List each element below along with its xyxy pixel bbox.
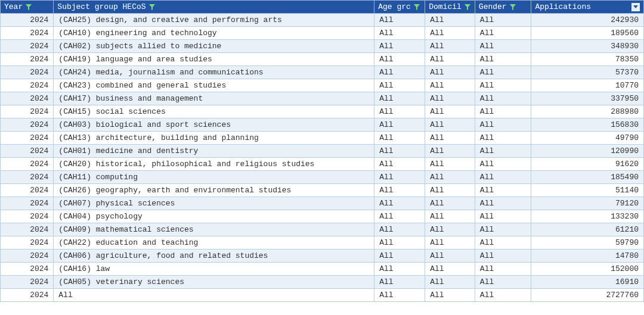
cell-domicile[interactable]: All [425, 276, 475, 289]
cell-year[interactable]: 2024 [1, 236, 54, 249]
cell-domicile[interactable]: All [425, 132, 475, 145]
cell-year[interactable]: 2024 [1, 223, 54, 236]
table-row[interactable]: 2024(CAH17) business and managementAllAl… [1, 92, 644, 105]
cell-domicile[interactable]: All [425, 79, 475, 92]
cell-year[interactable]: 2024 [1, 249, 54, 263]
cell-year[interactable]: 2024 [1, 132, 54, 145]
table-row[interactable]: 2024(CAH22) education and teachingAllAll… [1, 236, 644, 249]
cell-year[interactable]: 2024 [1, 197, 54, 210]
cell-subject[interactable]: (CAH07) physical sciences [54, 197, 374, 210]
cell-gender[interactable]: All [475, 236, 531, 249]
header-gender[interactable]: Gender [475, 1, 531, 14]
table-row[interactable]: 2024(CAH10) engineering and technologyAl… [1, 27, 644, 40]
cell-gender[interactable]: All [475, 210, 531, 223]
cell-age[interactable]: All [374, 132, 425, 145]
cell-applications[interactable]: 49790 [531, 132, 644, 145]
cell-year[interactable]: 2024 [1, 145, 54, 158]
cell-year[interactable]: 2024 [1, 40, 54, 53]
table-row[interactable]: 2024(CAH04) psychologyAllAllAll133230 [1, 210, 644, 223]
cell-subject[interactable]: (CAH24) media, journalism and communicat… [54, 66, 374, 79]
cell-age[interactable]: All [374, 14, 425, 27]
cell-subject[interactable]: (CAH23) combined and general studies [54, 79, 374, 92]
filter-icon[interactable] [148, 4, 156, 11]
cell-age[interactable]: All [374, 184, 425, 197]
cell-domicile[interactable]: All [425, 66, 475, 79]
cell-subject[interactable]: (CAH15) social sciences [54, 105, 374, 118]
table-row[interactable]: 2024(CAH05) veterinary sciencesAllAllAll… [1, 276, 644, 289]
cell-gender[interactable]: All [475, 249, 531, 263]
cell-domicile[interactable]: All [425, 14, 475, 27]
cell-subject[interactable]: (CAH01) medicine and dentistry [54, 145, 374, 158]
cell-applications[interactable]: 51140 [531, 184, 644, 197]
cell-domicile[interactable]: All [425, 27, 475, 40]
cell-subject[interactable]: (CAH10) engineering and technology [54, 27, 374, 40]
cell-age[interactable]: All [374, 236, 425, 249]
table-row[interactable]: 2024(CAH02) subjects allied to medicineA… [1, 40, 644, 53]
cell-year[interactable]: 2024 [1, 171, 54, 184]
cell-subject[interactable]: (CAH25) design, and creative and perform… [54, 14, 374, 27]
cell-year[interactable]: 2024 [1, 210, 54, 223]
cell-subject[interactable]: (CAH04) psychology [54, 210, 374, 223]
cell-gender[interactable]: All [475, 289, 531, 302]
cell-applications[interactable]: 78350 [531, 53, 644, 66]
cell-applications[interactable]: 348930 [531, 40, 644, 53]
cell-gender[interactable]: All [475, 79, 531, 92]
cell-domicile[interactable]: All [425, 145, 475, 158]
header-year[interactable]: Year [1, 1, 54, 14]
table-row[interactable]: 2024(CAH01) medicine and dentistryAllAll… [1, 145, 644, 158]
cell-domicile[interactable]: All [425, 223, 475, 236]
cell-gender[interactable]: All [475, 158, 531, 171]
cell-domicile[interactable]: All [425, 105, 475, 118]
table-row[interactable]: 2024(CAH15) social sciencesAllAllAll2889… [1, 105, 644, 118]
cell-age[interactable]: All [374, 276, 425, 289]
cell-applications[interactable]: 16910 [531, 276, 644, 289]
cell-applications[interactable]: 14780 [531, 249, 644, 263]
cell-applications[interactable]: 189560 [531, 27, 644, 40]
cell-gender[interactable]: All [475, 276, 531, 289]
cell-applications[interactable]: 120990 [531, 145, 644, 158]
cell-subject[interactable]: (CAH03) biological and sport sciences [54, 118, 374, 132]
cell-year[interactable]: 2024 [1, 92, 54, 105]
filter-icon[interactable] [464, 4, 471, 11]
cell-age[interactable]: All [374, 92, 425, 105]
cell-subject[interactable]: (CAH16) law [54, 263, 374, 276]
table-row[interactable]: 2024(CAH06) agriculture, food and relate… [1, 249, 644, 263]
cell-applications[interactable]: 185490 [531, 171, 644, 184]
cell-applications[interactable]: 61210 [531, 223, 644, 236]
cell-applications[interactable]: 57370 [531, 66, 644, 79]
cell-subject[interactable]: (CAH06) agriculture, food and related st… [54, 249, 374, 263]
cell-domicile[interactable]: All [425, 249, 475, 263]
cell-gender[interactable]: All [475, 53, 531, 66]
cell-year[interactable]: 2024 [1, 118, 54, 132]
cell-domicile[interactable]: All [425, 184, 475, 197]
cell-subject[interactable]: (CAH05) veterinary sciences [54, 276, 374, 289]
cell-age[interactable]: All [374, 53, 425, 66]
cell-subject[interactable]: (CAH13) architecture, building and plann… [54, 132, 374, 145]
cell-domicile[interactable]: All [425, 118, 475, 132]
cell-age[interactable]: All [374, 40, 425, 53]
cell-applications[interactable]: 288980 [531, 105, 644, 118]
table-row[interactable]: 2024(CAH20) historical, philosophical an… [1, 158, 644, 171]
cell-age[interactable]: All [374, 249, 425, 263]
table-row[interactable]: 2024(CAH13) architecture, building and p… [1, 132, 644, 145]
table-row[interactable]: 2024(CAH16) lawAllAllAll152000 [1, 263, 644, 276]
cell-applications[interactable]: 10770 [531, 79, 644, 92]
cell-applications[interactable]: 242930 [531, 14, 644, 27]
cell-year[interactable]: 2024 [1, 158, 54, 171]
table-row[interactable]: 2024(CAH19) language and area studiesAll… [1, 53, 644, 66]
cell-gender[interactable]: All [475, 132, 531, 145]
cell-year[interactable]: 2024 [1, 14, 54, 27]
table-row[interactable]: 2024(CAH07) physical sciencesAllAllAll79… [1, 197, 644, 210]
cell-applications[interactable]: 79120 [531, 197, 644, 210]
cell-gender[interactable]: All [475, 92, 531, 105]
table-row[interactable]: 2024(CAH26) geography, earth and environ… [1, 184, 644, 197]
cell-gender[interactable]: All [475, 145, 531, 158]
filter-icon[interactable] [25, 4, 32, 11]
table-row[interactable]: 2024(CAH09) mathematical sciencesAllAllA… [1, 223, 644, 236]
cell-age[interactable]: All [374, 223, 425, 236]
cell-gender[interactable]: All [475, 27, 531, 40]
cell-gender[interactable]: All [475, 105, 531, 118]
cell-subject[interactable]: (CAH20) historical, philosophical and re… [54, 158, 374, 171]
cell-gender[interactable]: All [475, 171, 531, 184]
header-applications[interactable]: Applications [531, 1, 644, 14]
